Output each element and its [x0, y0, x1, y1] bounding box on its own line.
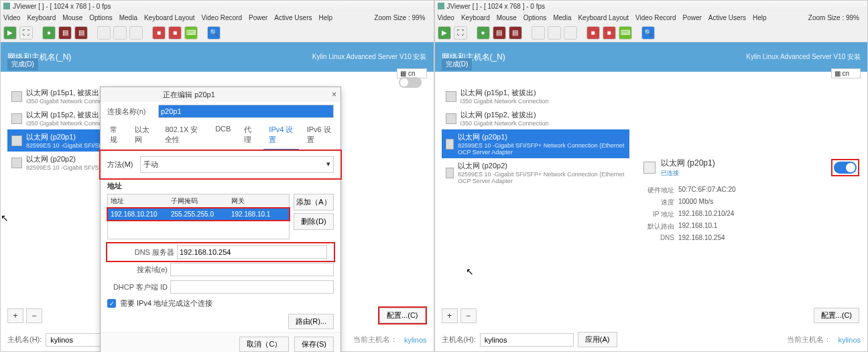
- menu-power[interactable]: Power: [683, 14, 702, 21]
- menubar: Video Keyboard Mouse Options Media Keybo…: [435, 11, 868, 23]
- ipv4-required-checkbox[interactable]: ✓: [107, 299, 116, 308]
- banner: 网络和主机名(_N) 完成(D) Kylin Linux Advanced Se…: [435, 42, 868, 72]
- configure-button[interactable]: 配置...(C): [379, 308, 425, 323]
- disk2-icon[interactable]: ▤: [74, 26, 88, 40]
- keyboard-icon[interactable]: ⌨: [619, 26, 632, 40]
- save-button[interactable]: 保存(S): [294, 337, 334, 352]
- stop1-icon[interactable]: ■: [152, 26, 166, 40]
- dialog-titlebar: 正在编辑 p20p1 ×: [101, 87, 340, 102]
- expand-icon[interactable]: ⛶: [454, 26, 467, 40]
- dhcp-input[interactable]: [170, 280, 334, 294]
- remove-interface-button[interactable]: −: [460, 308, 477, 323]
- menu-video[interactable]: Video: [438, 14, 454, 21]
- expand-icon[interactable]: ⛶: [19, 26, 33, 40]
- tab-proxy[interactable]: 代理: [239, 121, 261, 150]
- method-dropdown[interactable]: 手动▾: [140, 156, 334, 173]
- record-icon[interactable]: ●: [42, 26, 56, 40]
- play-icon[interactable]: ▶: [438, 26, 451, 40]
- menu-help[interactable]: Help: [753, 14, 767, 21]
- menu-video[interactable]: Video: [3, 14, 20, 21]
- tab-ethernet[interactable]: 以太网: [129, 121, 157, 150]
- keyboard-icon[interactable]: ⌨: [184, 26, 198, 40]
- record-icon[interactable]: ●: [477, 26, 490, 40]
- add-interface-button[interactable]: +: [442, 308, 458, 323]
- interface-item[interactable]: 以太网 (p15p2, 被拔出)I350 Gigabit Network Con…: [442, 107, 629, 129]
- add-address-button[interactable]: 添加（A）: [294, 194, 334, 211]
- distro-label: Kylin Linux Advanced Server V10 安装: [746, 52, 861, 62]
- empty3-icon[interactable]: [564, 26, 577, 40]
- tab-dcb[interactable]: DCB: [210, 121, 236, 150]
- search-icon[interactable]: 🔍: [207, 26, 221, 40]
- nic-icon: [643, 162, 656, 174]
- cursor-icon: ↖: [466, 266, 474, 277]
- menu-power[interactable]: Power: [249, 14, 267, 21]
- current-host-value: kylinos: [404, 336, 427, 344]
- address-row[interactable]: 192.168.10.210 255.255.255.0 192.168.10.…: [108, 209, 289, 220]
- remove-interface-button[interactable]: −: [26, 308, 42, 323]
- tab-ipv4[interactable]: IPv4 设置: [263, 121, 298, 150]
- connection-toggle-on[interactable]: [834, 162, 857, 174]
- menu-options[interactable]: Options: [89, 14, 112, 21]
- search-input[interactable]: [170, 263, 334, 276]
- stop2-icon[interactable]: ■: [603, 26, 616, 40]
- tab-8021x[interactable]: 802.1X 安全性: [160, 121, 207, 150]
- delete-address-button[interactable]: 删除(D): [294, 213, 334, 230]
- interface-item-selected[interactable]: 以太网 (p20p1)82599ES 10 -Gigabit SFI/SFP+ …: [442, 129, 629, 158]
- menu-mouse[interactable]: Mouse: [497, 14, 517, 21]
- interface-item[interactable]: 以太网 (p20p2)82599ES 10 -Gigabit SFI/SFP+ …: [442, 158, 629, 187]
- done-button[interactable]: 完成(D): [7, 58, 38, 70]
- add-interface-button[interactable]: +: [7, 308, 23, 323]
- done-button[interactable]: 完成(D): [442, 58, 473, 70]
- empty2-icon[interactable]: [113, 26, 127, 40]
- stop1-icon[interactable]: ■: [586, 26, 600, 40]
- close-icon[interactable]: ×: [332, 90, 336, 99]
- menu-activeusers[interactable]: Active Users: [708, 14, 746, 21]
- menu-keyboard[interactable]: Keyboard: [27, 14, 56, 21]
- search-icon[interactable]: 🔍: [641, 26, 655, 40]
- apply-button[interactable]: 应用(A): [578, 332, 617, 347]
- routes-button[interactable]: 路由(R)...: [288, 314, 334, 329]
- empty1-icon[interactable]: [97, 26, 111, 40]
- menu-media[interactable]: Media: [119, 14, 137, 21]
- connection-toggle-off[interactable]: [399, 77, 422, 88]
- play-icon[interactable]: ▶: [3, 26, 17, 40]
- tabs: 常规 以太网 802.1X 安全性 DCB 代理 IPv4 设置 IPv6 设置: [101, 121, 340, 151]
- interface-item[interactable]: 以太网 (p15p1, 被拔出)I350 Gigabit Network Con…: [442, 85, 629, 107]
- toolbar: ▶ ⛶ ● ▤ ▤ ■ ■ ⌨ 🔍: [435, 23, 868, 42]
- empty3-icon[interactable]: [129, 26, 143, 40]
- app-icon: [3, 3, 10, 9]
- hw-address: 50:7C:6F:07:AC:20: [678, 186, 736, 195]
- empty2-icon[interactable]: [548, 26, 561, 40]
- nic-icon: [11, 158, 22, 168]
- interface-list[interactable]: 以太网 (p15p1, 被拔出)I350 Gigabit Network Con…: [442, 85, 629, 187]
- menu-media[interactable]: Media: [553, 14, 571, 21]
- menu-videorecord[interactable]: Video Record: [635, 14, 676, 21]
- hostname-input[interactable]: [480, 333, 574, 347]
- empty1-icon[interactable]: [532, 26, 545, 40]
- menu-keyboard[interactable]: Keyboard: [461, 14, 490, 21]
- zoom-label: Zoom Size : 99%: [374, 14, 425, 21]
- tab-ipv6[interactable]: IPv6 设置: [302, 121, 336, 150]
- menu-kblayout[interactable]: Keyboard Layout: [144, 14, 195, 21]
- conn-name-input[interactable]: [158, 105, 334, 118]
- nic-icon: [11, 135, 22, 146]
- edit-connection-dialog: 正在编辑 p20p1 × 连接名称(n) 常规 以太网 802.1X 安全性 D…: [100, 86, 341, 352]
- cancel-button[interactable]: 取消（C）: [239, 337, 289, 352]
- menu-options[interactable]: Options: [523, 14, 546, 21]
- menu-videorecord[interactable]: Video Record: [202, 14, 242, 21]
- configure-button[interactable]: 配置...(C): [814, 308, 859, 323]
- disk2-icon[interactable]: ▤: [509, 26, 522, 40]
- disk1-icon[interactable]: ▤: [58, 26, 72, 40]
- menu-help[interactable]: Help: [318, 14, 332, 21]
- stop2-icon[interactable]: ■: [168, 26, 182, 40]
- menu-mouse[interactable]: Mouse: [62, 14, 82, 21]
- current-host-label: 当前主机名：: [787, 335, 831, 345]
- address-table[interactable]: 地址 子网掩码 网关 192.168.10.210 255.255.255.0 …: [107, 194, 290, 239]
- menu-kblayout[interactable]: Keyboard Layout: [578, 14, 629, 21]
- menu-activeusers[interactable]: Active Users: [274, 14, 312, 21]
- tab-general[interactable]: 常规: [105, 121, 127, 150]
- disk1-icon[interactable]: ▤: [493, 26, 506, 40]
- content-right: 以太网 (p15p1, 被拔出)I350 Gigabit Network Con…: [435, 72, 868, 351]
- nic-icon: [11, 113, 22, 124]
- dns-input[interactable]: [177, 245, 327, 259]
